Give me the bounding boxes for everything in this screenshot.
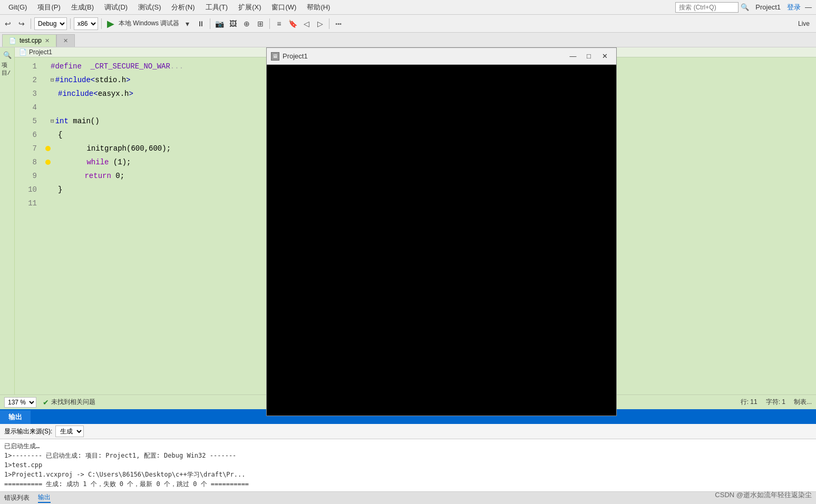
menu-extend[interactable]: 扩展(X): [234, 2, 265, 13]
menu-test[interactable]: 测试(S): [134, 2, 165, 13]
output-content: 已启动生成… 1>-------- 已启动生成: 项目: Project1, 配…: [0, 439, 816, 491]
output-controls: 显示输出来源(S): 生成: [0, 424, 816, 439]
more-icons: ▪▪▪: [333, 18, 344, 29]
output-line-5: ========== 生成: 成功 1 个，失败 0 个，最新 0 个，跳过 0…: [4, 479, 812, 489]
config-select[interactable]: Debug: [34, 17, 67, 30]
project-name-label: Project1: [755, 3, 781, 11]
cursor-icon[interactable]: ⊕: [241, 18, 252, 29]
login-btn[interactable]: 登录: [787, 3, 801, 12]
line-num-2: 2: [15, 73, 37, 87]
menu-git[interactable]: Git(G): [4, 2, 31, 12]
collapse-5[interactable]: ⊟: [51, 114, 54, 128]
tab-empty[interactable]: ✕: [56, 34, 75, 47]
bp-3: [45, 92, 48, 95]
code-text-1: #define _CRT_SECURE_NO_WAR...: [51, 60, 183, 73]
live-indicator: Live: [798, 20, 814, 27]
code-text-7: initgraph(600,600);: [60, 142, 171, 155]
separator-1: [31, 18, 31, 29]
bp-11: [45, 202, 48, 205]
float-title-icon: 🖥: [271, 52, 279, 61]
menu-analyze[interactable]: 分析(N): [167, 2, 199, 13]
line-num-3: 3: [15, 87, 37, 101]
float-controls: — □ ✕: [566, 51, 612, 62]
float-restore-btn[interactable]: □: [581, 51, 596, 62]
image-icon[interactable]: 🖼: [227, 18, 239, 29]
align-icon[interactable]: ≡: [273, 18, 285, 29]
layout-icon[interactable]: ⊞: [255, 18, 266, 29]
menu-search-area: 🔍: [675, 2, 749, 13]
code-text-10: }: [58, 183, 62, 196]
run-dropdown-icon[interactable]: ▾: [181, 18, 193, 29]
output-source-select[interactable]: 生成: [55, 426, 84, 437]
output-line-1: 已启动生成…: [4, 441, 812, 451]
separator-4: [210, 18, 210, 29]
bp-10: [45, 188, 48, 191]
bp-2: [45, 78, 48, 82]
toolbar: ↩ ↪ Debug x86 ▶ 本地 Windows 调试器 ▾ ⏸ 📷 🖼 ⊕…: [0, 15, 816, 33]
redo-icon[interactable]: ↪: [16, 18, 27, 29]
float-window: 🖥 Project1 — □ ✕: [266, 47, 617, 416]
bp-9: [45, 174, 48, 177]
menu-tools[interactable]: 工具(T): [201, 2, 232, 13]
bookmark-icon[interactable]: 🔖: [287, 18, 298, 29]
arch-select[interactable]: x86: [74, 17, 98, 30]
menu-window[interactable]: 窗口(W): [267, 2, 300, 13]
line-num-8: 8: [15, 155, 37, 169]
separator-6: [329, 18, 329, 29]
separator-3: [101, 18, 102, 29]
separator-2: [70, 18, 71, 29]
search-side-icon[interactable]: 🔍: [2, 50, 13, 61]
error-tab-list[interactable]: 错误列表: [4, 493, 30, 502]
tab-icon: 📄: [9, 37, 16, 44]
float-minimize-btn[interactable]: —: [566, 51, 580, 62]
line-num-4: 4: [15, 101, 37, 114]
line-num-11: 11: [15, 196, 37, 210]
camera-icon[interactable]: 📷: [213, 18, 225, 29]
editor-header-icon: 📄: [19, 48, 27, 56]
nav2-icon[interactable]: ▷: [314, 18, 326, 29]
bp-5: [45, 120, 48, 123]
menu-debug[interactable]: 调试(D): [100, 2, 132, 13]
float-canvas: [267, 65, 616, 416]
menu-bar: Git(G) 项目(P) 生成(B) 调试(D) 测试(S) 分析(N) 工具(…: [0, 0, 816, 15]
status-ok: ✔ 未找到相关问题: [43, 398, 95, 407]
run-button[interactable]: ▶: [105, 18, 116, 29]
close-win-icon[interactable]: —: [805, 3, 812, 11]
zoom-select[interactable]: 137 %: [4, 397, 36, 408]
float-close-btn[interactable]: ✕: [597, 51, 612, 62]
output-line-2: 1>-------- 已启动生成: 项目: Project1, 配置: Debu…: [4, 451, 812, 460]
output-panel: 输出 显示输出来源(S): 生成 已启动生成… 1>-------- 已启动生成…: [0, 409, 816, 504]
line-numbers: 1 2 3 4 5 6 7 8 9 10 11: [15, 57, 41, 391]
nav-icon[interactable]: ◁: [300, 18, 312, 29]
code-text-8: while (1);: [60, 155, 131, 169]
status-right: 行: 11 字符: 1 制表...: [741, 398, 812, 407]
status-text: 未找到相关问题: [51, 398, 95, 407]
code-text-9: return 0;: [58, 169, 124, 183]
output-tab-build[interactable]: 输出: [0, 410, 31, 424]
tab-close-btn-2[interactable]: ✕: [63, 37, 68, 44]
line-num-9: 9: [15, 169, 37, 183]
float-titlebar: 🖥 Project1 — □ ✕: [267, 48, 616, 65]
undo-icon[interactable]: ↩: [2, 18, 14, 29]
output-line-4: 1>Project1.vcxproj -> C:\Users\86156\Des…: [4, 470, 812, 479]
line-num-1: 1: [15, 60, 37, 73]
pause-icon[interactable]: ⏸: [195, 18, 207, 29]
error-tab-output[interactable]: 输出: [38, 493, 51, 503]
menu-project[interactable]: 项目(P): [33, 2, 64, 13]
tab-label: 制表...: [794, 398, 812, 407]
col-label: 字符: 1: [766, 398, 785, 407]
menu-help[interactable]: 帮助(H): [303, 2, 334, 13]
bp-1: [45, 65, 48, 68]
line-num-10: 10: [15, 183, 37, 196]
editor-header-label: Project1: [29, 48, 52, 56]
folder-side-icon[interactable]: 项目/: [2, 63, 13, 75]
output-source-label: 显示输出来源(S):: [4, 427, 52, 436]
tab-bar: 📄 test.cpp ✕ ✕: [0, 33, 816, 47]
separator-5: [269, 18, 270, 29]
tab-test-cpp[interactable]: 📄 test.cpp ✕: [2, 34, 56, 47]
menu-build[interactable]: 生成(B): [67, 2, 98, 13]
tab-close-btn[interactable]: ✕: [45, 37, 50, 44]
code-text-6: {: [58, 128, 62, 142]
search-input[interactable]: [675, 2, 739, 13]
collapse-2[interactable]: ⊟: [51, 73, 54, 87]
